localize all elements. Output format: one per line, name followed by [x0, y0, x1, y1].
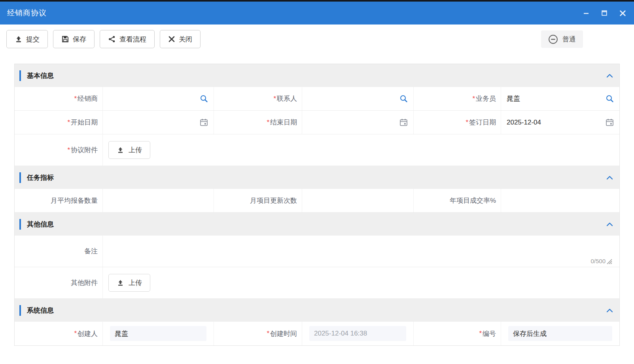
- calendar-icon[interactable]: [606, 118, 614, 126]
- minimize-icon[interactable]: [582, 9, 590, 17]
- field-label-monthly-update-count: 月项目更新次数: [214, 189, 302, 212]
- section-accent-bar: [19, 219, 21, 230]
- label-text: 编号: [483, 329, 496, 338]
- label-text: 其他附件: [71, 278, 98, 287]
- remarks-field: 0/500: [103, 236, 619, 267]
- required-marker: *: [74, 95, 77, 103]
- chevron-up-icon[interactable]: [606, 175, 613, 180]
- search-icon[interactable]: [399, 94, 408, 103]
- toolbar: 提交 保存 查看流程 关闭 普通: [0, 25, 634, 53]
- salesman-input[interactable]: 晁盖: [501, 87, 619, 110]
- calendar-icon[interactable]: [200, 118, 208, 126]
- section-header-system: 系统信息: [15, 299, 619, 322]
- view-flow-button[interactable]: 查看流程: [100, 30, 155, 48]
- creator-field: 晁盖: [103, 322, 214, 345]
- code-value: 保存后生成: [508, 326, 612, 341]
- chevron-up-icon[interactable]: [606, 222, 613, 226]
- monthly-update-count-input[interactable]: [302, 189, 414, 212]
- upload-other-button[interactable]: 上传: [108, 274, 150, 292]
- code-field: 保存后生成: [501, 322, 619, 345]
- section-header-basic: 基本信息: [15, 64, 619, 87]
- label-text: 开始日期: [71, 118, 98, 127]
- save-label: 保存: [73, 35, 86, 44]
- label-text: 创建时间: [270, 329, 297, 338]
- close-x-icon: [168, 36, 175, 43]
- resize-handle-icon[interactable]: [606, 258, 612, 264]
- form-row: 月平均报备数量 月项目更新次数 年项目成交率%: [15, 189, 619, 213]
- section-header-other: 其他信息: [15, 213, 619, 236]
- field-label-dealer: * 经销商: [15, 87, 103, 110]
- upload-icon: [117, 146, 124, 154]
- annual-close-rate-input[interactable]: [501, 189, 619, 212]
- close-icon[interactable]: [618, 9, 627, 17]
- label-text: 月平均报备数量: [51, 196, 98, 205]
- form-row: * 创建人 晁盖 * 创建时间 2025-12-04 16:38 * 编号 保存…: [15, 322, 619, 345]
- priority-badge[interactable]: 普通: [541, 30, 583, 48]
- save-icon: [61, 35, 69, 43]
- section-title-other: 其他信息: [27, 220, 54, 229]
- contact-input[interactable]: [302, 87, 414, 110]
- field-label-salesman: * 业务员: [414, 87, 501, 110]
- upload-agreement-button[interactable]: 上传: [108, 141, 150, 159]
- section-title-basic: 基本信息: [27, 71, 54, 80]
- required-marker: *: [67, 119, 70, 126]
- field-label-sign-date: * 签订日期: [414, 111, 501, 134]
- form-row: 其他附件 上传: [15, 267, 619, 299]
- field-label-annual-close-rate: 年项目成交率%: [414, 189, 501, 212]
- search-icon[interactable]: [606, 94, 614, 103]
- label-text: 结束日期: [270, 118, 297, 127]
- maximize-icon[interactable]: [600, 9, 609, 17]
- label-text: 协议附件: [71, 145, 98, 155]
- close-form-button[interactable]: 关闭: [160, 30, 201, 48]
- required-marker: *: [267, 119, 269, 126]
- section-accent-bar: [19, 305, 21, 316]
- form-row: 备注 0/500: [15, 236, 619, 267]
- label-text: 联系人: [277, 94, 297, 103]
- window-titlebar: 经销商协议: [0, 2, 634, 25]
- field-label-contact: * 联系人: [214, 87, 302, 110]
- start-date-input[interactable]: [103, 111, 214, 134]
- chevron-up-icon[interactable]: [606, 308, 613, 313]
- submit-button[interactable]: 提交: [6, 30, 48, 48]
- field-label-code: * 编号: [414, 322, 501, 345]
- end-date-input[interactable]: [302, 111, 414, 134]
- form-row: * 开始日期 * 结束日期 * 签订日期 2025-12-04: [15, 111, 619, 134]
- creator-value: 晁盖: [110, 326, 206, 341]
- char-counter: 0/500: [590, 258, 606, 264]
- dealer-input[interactable]: [103, 87, 214, 110]
- field-label-remarks: 备注: [15, 236, 103, 267]
- label-text: 创建人: [78, 329, 98, 338]
- label-text: 经销商: [78, 94, 98, 103]
- chevron-up-icon[interactable]: [606, 74, 613, 78]
- label-text: 月项目更新次数: [250, 196, 297, 205]
- required-marker: *: [74, 330, 77, 338]
- save-button[interactable]: 保存: [53, 30, 95, 48]
- section-title-system: 系统信息: [27, 306, 54, 315]
- create-time-field: 2025-12-04 16:38: [302, 322, 414, 345]
- label-text: 备注: [84, 247, 98, 256]
- salesman-value: 晁盖: [507, 94, 606, 103]
- section-title-task: 任务指标: [27, 173, 54, 182]
- remarks-textarea[interactable]: 0/500: [108, 236, 614, 267]
- label-text: 年项目成交率%: [450, 196, 496, 205]
- upload-label: 上传: [129, 278, 142, 287]
- required-marker: *: [273, 95, 276, 103]
- required-marker: *: [479, 330, 482, 338]
- required-marker: *: [67, 146, 70, 154]
- calendar-icon[interactable]: [399, 118, 408, 126]
- close-label: 关闭: [179, 35, 192, 44]
- field-label-monthly-avg-reports: 月平均报备数量: [15, 189, 103, 212]
- required-marker: *: [472, 95, 475, 103]
- submit-label: 提交: [26, 35, 40, 44]
- sign-date-input[interactable]: 2025-12-04: [501, 111, 619, 134]
- create-time-value: 2025-12-04 16:38: [309, 326, 406, 341]
- field-label-end-date: * 结束日期: [214, 111, 302, 134]
- monthly-avg-reports-input[interactable]: [103, 189, 214, 212]
- search-icon[interactable]: [200, 94, 208, 103]
- submit-upload-icon: [15, 35, 23, 43]
- upload-label: 上传: [129, 145, 142, 155]
- remarks-meta: 0/500: [590, 258, 612, 264]
- section-accent-bar: [19, 70, 21, 81]
- upload-icon: [117, 279, 124, 287]
- field-label-creator: * 创建人: [15, 322, 103, 345]
